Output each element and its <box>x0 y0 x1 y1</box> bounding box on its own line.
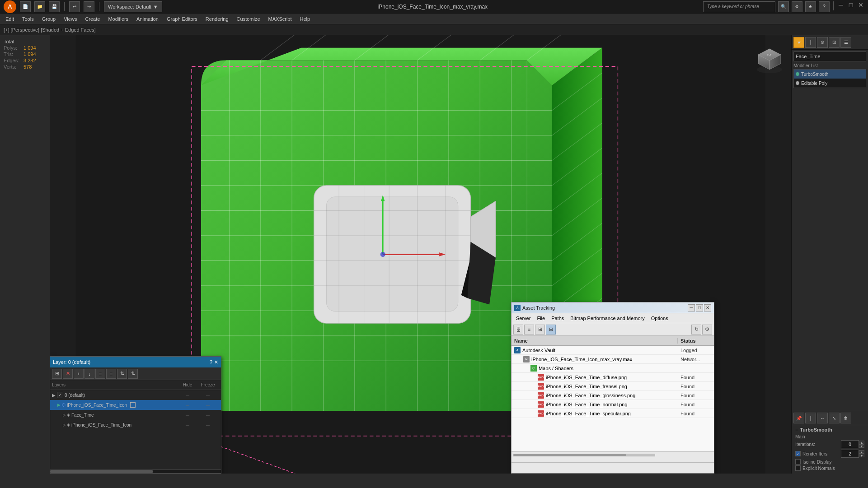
layer-tool-4[interactable]: ↓ <box>84 369 94 379</box>
help-btn[interactable]: ? <box>819 1 830 12</box>
turbosmooth-collapse-btn[interactable]: − <box>795 427 798 432</box>
rp-btn-2[interactable]: | <box>805 37 816 48</box>
layer-row-obj2[interactable]: ▷ ◈ iPhone_iOS_Face_Time_Icon — — <box>50 420 221 430</box>
render-iters-checkbox[interactable]: ✓ <box>795 451 801 456</box>
render-iters-down[interactable]: ▼ <box>859 454 864 457</box>
asset-menu-file[interactable]: File <box>534 314 548 323</box>
rp-btn-1[interactable]: ★ <box>793 37 804 48</box>
new-file-btn[interactable]: 📄 <box>20 1 31 12</box>
asset-menu-bitmap[interactable]: Bitmap Performance and Memory <box>568 314 647 323</box>
modifier-editable-poly[interactable]: Editable Poly <box>794 79 866 88</box>
menu-help[interactable]: Help <box>296 14 314 24</box>
menu-modifiers[interactable]: Modifiers <box>104 14 132 24</box>
layer-hide-0[interactable]: — <box>178 393 197 397</box>
menu-graph-editors[interactable]: Graph Editors <box>163 14 201 24</box>
redo-btn[interactable]: ↪ <box>84 1 94 12</box>
explicit-normals-checkbox[interactable] <box>795 465 801 471</box>
rp-btn-3[interactable]: ⊙ <box>817 37 828 48</box>
asset-scrollbar-row[interactable] <box>511 451 714 462</box>
asset-row-0[interactable]: A Autodesk Vault Logged <box>511 346 714 355</box>
favorites-btn[interactable]: ★ <box>805 1 816 12</box>
layer-panel-help[interactable]: ? <box>210 359 212 365</box>
save-btn[interactable]: 💾 <box>49 1 60 12</box>
asset-maximize-btn[interactable]: □ <box>696 304 703 311</box>
asset-row-6[interactable]: PNG iPhone_iOS_Face_Time_normal.png Foun… <box>511 400 714 409</box>
menu-group[interactable]: Group <box>38 14 60 24</box>
menu-views[interactable]: Views <box>60 14 80 24</box>
asset-refresh-btn[interactable]: ↻ <box>691 325 701 335</box>
rp-btn-5[interactable]: ☰ <box>840 37 851 48</box>
layer-tool-1[interactable]: ⊞ <box>52 369 62 379</box>
layer-row-obj1[interactable]: ▷ ◈ Face_Time — — <box>50 410 221 420</box>
iterations-down[interactable]: ▼ <box>859 444 864 448</box>
iterations-up[interactable]: ▲ <box>859 441 864 444</box>
asset-menu-options[interactable]: Options <box>648 314 671 323</box>
asset-tool-4[interactable]: ⊟ <box>546 325 556 335</box>
asset-tool-3[interactable]: ⊞ <box>535 325 545 335</box>
icon-bar[interactable]: | <box>805 413 816 423</box>
layer-row-default[interactable]: ▶ ✓ 0 (default) — — <box>50 390 221 400</box>
menu-edit[interactable]: Edit <box>2 14 18 24</box>
layer-tool-3[interactable]: + <box>74 369 84 379</box>
search-field[interactable]: Type a keyword or phrase <box>703 1 775 12</box>
layer-hide-2[interactable]: — <box>178 413 197 417</box>
icon-move[interactable]: ↔ <box>817 413 828 423</box>
layer-scrollbar-thumb[interactable] <box>50 470 153 473</box>
close-btn[interactable]: ✕ <box>857 1 864 9</box>
icon-pin[interactable]: 📌 <box>793 413 804 423</box>
modifier-turbosmooth[interactable]: TurboSmooth <box>794 70 866 79</box>
asset-row-2[interactable]: ⬡ Maps / Shaders <box>511 364 714 373</box>
menu-maxscript[interactable]: MAXScript <box>265 14 296 24</box>
settings-btn[interactable]: ⚙ <box>792 1 802 12</box>
group-checkbox[interactable] <box>130 402 136 408</box>
layer-hide-3[interactable]: — <box>178 423 197 427</box>
menu-tools[interactable]: Tools <box>19 14 38 24</box>
layer-freeze-3[interactable]: — <box>197 423 219 427</box>
menu-rendering[interactable]: Rendering <box>202 14 232 24</box>
layer-tool-2[interactable]: ✕ <box>63 369 73 379</box>
search-btn[interactable]: 🔍 <box>778 1 789 12</box>
asset-tool-1[interactable]: 🗄 <box>513 325 523 335</box>
icon-scale[interactable]: ⤡ <box>829 413 840 423</box>
layer-hide-1[interactable]: — <box>178 403 197 407</box>
viewport[interactable]: TOP Layer: 0 (default) ? ✕ ⊞ ✕ + ↓ ≡ ≡ ⇅… <box>50 35 791 474</box>
maximize-btn[interactable]: □ <box>847 1 854 9</box>
layer-row-group[interactable]: ▶ ⬡ iPhone_iOS_Face_Time_Icon — — <box>50 400 221 410</box>
render-iters-input[interactable]: 2 <box>841 450 859 458</box>
layer-scrollbar[interactable] <box>50 469 221 473</box>
asset-row-1[interactable]: M iPhone_iOS_Face_Time_Icon_max_vray.max… <box>511 355 714 364</box>
menu-customize[interactable]: Customize <box>233 14 264 24</box>
menu-animation[interactable]: Animation <box>133 14 162 24</box>
layer-panel-close[interactable]: ✕ <box>214 359 218 365</box>
asset-hscroll-thumb[interactable] <box>514 454 626 456</box>
asset-close-btn[interactable]: ✕ <box>704 304 711 311</box>
layer-tool-6[interactable]: ≡ <box>106 369 116 379</box>
isoline-checkbox[interactable] <box>795 459 801 465</box>
modifier-name-field[interactable]: Face_Time <box>793 51 866 61</box>
asset-menu-server[interactable]: Server <box>513 314 533 323</box>
menu-create[interactable]: Create <box>81 14 103 24</box>
asset-menu-paths[interactable]: Paths <box>549 314 567 323</box>
view-cube[interactable]: TOP <box>751 39 788 75</box>
layer-tool-8[interactable]: ⇅ <box>128 369 138 379</box>
layer-tool-7[interactable]: ⇅ <box>117 369 127 379</box>
icon-trash[interactable]: 🗑 <box>840 413 851 423</box>
workspace-dropdown[interactable]: Workspace: Default ▼ <box>104 1 162 12</box>
layer-freeze-2[interactable]: — <box>197 413 219 417</box>
asset-row-7[interactable]: PNG iPhone_iOS_Face_Time_specular.png Fo… <box>511 409 714 418</box>
asset-row-3[interactable]: PNG iPhone_iOS_Face_Time_diffuse.png Fou… <box>511 373 714 382</box>
asset-minimize-btn[interactable]: ─ <box>688 304 695 311</box>
open-file-btn[interactable]: 📁 <box>34 1 45 12</box>
minimize-btn[interactable]: ─ <box>837 1 845 9</box>
asset-settings-btn[interactable]: ⚙ <box>702 325 712 335</box>
layer-check-0[interactable]: ✓ <box>57 392 63 398</box>
undo-btn[interactable]: ↩ <box>69 1 80 12</box>
layer-tool-5[interactable]: ≡ <box>95 369 105 379</box>
layer-freeze-0[interactable]: — <box>197 393 219 397</box>
asset-row-5[interactable]: PNG iPhone_iOS_Face_Time_glossiness.png … <box>511 391 714 400</box>
asset-row-4[interactable]: PNG iPhone_iOS_Face_Time_frensel.png Fou… <box>511 382 714 391</box>
layer-freeze-1[interactable]: — <box>197 403 219 407</box>
asset-tool-2[interactable]: ≡ <box>524 325 534 335</box>
render-iters-up[interactable]: ▲ <box>859 450 864 454</box>
asset-hscroll[interactable] <box>513 454 655 456</box>
